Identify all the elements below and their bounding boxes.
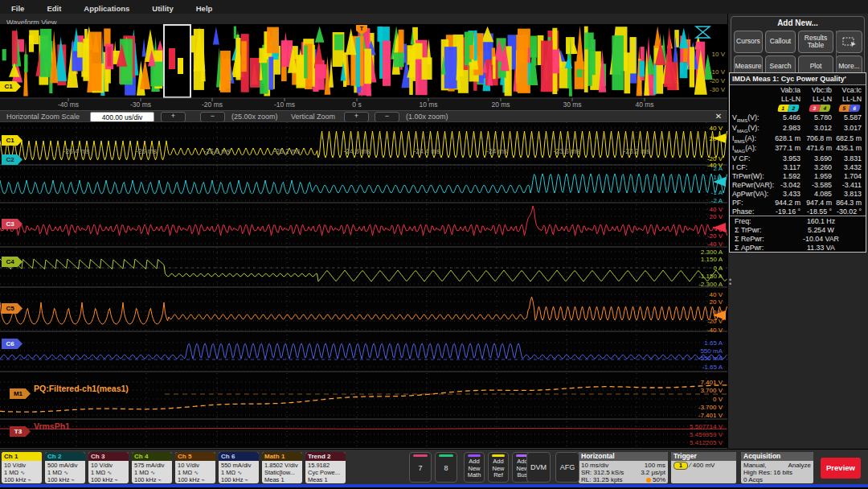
add-new-cursors-button[interactable]: Cursors [734,31,763,53]
badge-termination: 1 MΩ ∿ [178,469,215,476]
imda-summary-value: 5.254 W [776,225,866,234]
overview-scale-label: -10 V [710,68,726,76]
results-badge-grip[interactable]: •• [729,278,731,286]
add-new-callout-button[interactable]: Callout [765,31,796,53]
imda-value: 3.813 [834,189,864,198]
add-new-ref-button[interactable]: AddNewRef [488,452,509,483]
badge-ch-1[interactable]: Ch 110 V/div1 MΩ ∿100 kHz ⌁ [2,452,42,483]
menu-bar: FileEditApplicationsUtilityHelp [0,0,868,14]
badge-ch-2[interactable]: Ch 2500 mA/div1 MΩ ∿100 kHz ⌁ [45,452,85,483]
vertical-zoom-minus-button[interactable]: − [375,112,399,122]
trigger-panel[interactable]: Trigger 1 ∕ 400 mV [671,452,736,483]
bandwidth-icon: ⌁ [28,477,31,483]
menu-item-file[interactable]: File [0,2,35,13]
imda-row-label: PF: [730,198,772,207]
zoom-select-icon[interactable] [836,31,862,53]
add-new-results-table-button[interactable]: Results Table [798,31,833,53]
badge-termination: 1 MΩ ∿ [134,469,172,476]
overview-time-label: 10 ms [419,101,437,109]
zoomed-time-label: -25.6 ms [203,147,230,155]
imda-row-label: RePwr(VAR): [730,180,772,189]
horizontal-zoom-scale-label: Horizontal Zoom Scale [6,113,80,121]
imda-summary-label: Σ ApPwr: [730,243,776,252]
badge-ch-3[interactable]: Ch 310 V/div1 MΩ ∿100 kHz ⌁ [88,452,129,483]
bandwidth-icon: ⌁ [245,477,248,483]
imda-results-badge[interactable]: IMDA Meas 1: Cyc Power Quality' Vab:IaVb… [729,72,866,253]
imda-row-label: TrPwr(W): [730,171,772,180]
badge-header: Math 1 [262,452,302,461]
badge-math-1[interactable]: Math 11.8502 V/divStatic[low...Meas 1 [262,452,302,483]
scale-label-c1: 40 V [710,125,723,132]
trace-c1 [0,131,727,160]
imda-row-label: IMAG(A): [730,143,772,154]
badge-scale: 550 mA/div [221,462,259,469]
scale-label-c5: 40 V [710,291,723,298]
imda-value: 864.3 m [834,198,864,207]
dvm-button[interactable]: DVM [526,452,551,483]
scale-label-m1: -7.401 V [698,412,723,419]
horizontal-zoom-plus-button[interactable]: + [161,112,186,122]
overview-scale-label: -20 V [710,77,726,84]
bottom-settings-bar: Horizontal 10 ms/div100 ms SR: 312.5 kS/… [0,449,868,485]
scale-label-c6: 550 mA [700,347,723,355]
coupling-icon: ∿ [194,470,199,475]
svg-text:T: T [360,26,364,31]
waveform-view-window: Waveform View T10 V-10 V-20 V-30 V-40 ms… [0,14,727,449]
horizontal-panel[interactable]: Horizontal 10 ms/div100 ms SR: 312.5 kS/… [579,452,668,483]
imda-row-label: Phase: [730,207,772,216]
scale-label-c3: 20 V [710,213,723,220]
overview-time-label: -40 ms [58,101,79,109]
badge-ch-5[interactable]: Ch 510 V/div1 MΩ ∿100 kHz ⌁ [175,452,215,483]
menu-item-help[interactable]: Help [185,2,224,13]
preview-button[interactable]: Preview [821,458,861,479]
scale-label-c2: -1 A [711,189,723,196]
imda-summary-value: 11.33 VA [776,243,866,252]
afg-button[interactable]: AFG [555,452,579,483]
overview-zoom-box[interactable] [164,25,190,97]
trace-c3 [0,206,727,236]
badge-header: Trend 2 [305,452,346,461]
coupling-icon: ∿ [20,470,25,475]
add-new-math-button[interactable]: AddNewMath [464,452,485,483]
imda-source-badges: 34 [803,103,834,113]
zoom-close-icon[interactable]: ✕ [714,112,723,121]
channel-8-button[interactable]: 8 [435,452,457,483]
zoomed-time-label: -25.2 ms [273,147,300,155]
overview-time-label: 30 ms [563,101,581,109]
bandwidth-icon: ⌁ [115,477,118,483]
badge-ch-4[interactable]: Ch 4575 mA/div1 MΩ ∿100 kHz ⌁ [132,452,172,483]
channel-7-button[interactable]: 7 [409,452,432,483]
imda-value: 1.704 [834,171,864,180]
trace-c4 [0,259,727,281]
trigger-level: 400 mV [693,462,715,469]
menu-item-utility[interactable]: Utility [141,2,184,13]
badge-scale: 15.9182 [308,462,346,469]
trigger-slope-icon: ∕ [690,462,690,469]
scale-label-c3: 40 V [710,206,723,213]
horizontal-record-length: RL: 31.25 kpts [581,476,623,483]
badge-scale: 10 V/div [4,462,42,469]
waveform-overview[interactable]: T10 V-10 V-20 V-30 V-40 ms-30 ms-20 ms-1… [0,24,727,110]
horizontal-zoom-readout: (25.00x zoom) [231,113,278,121]
badge-settings: 550 mA/div1 MΩ ∿100 kHz ⌁ [219,461,259,483]
zoomed-waveform-area[interactable]: 40 V20 V-20 V-40 V2 A1 A-1 A-2 A40 V20 V… [0,122,727,448]
imda-row-label: VMAG(V): [730,123,772,134]
imda-row-label: I CF: [730,162,772,171]
add-new-title: Add New... [731,17,864,27]
imda-summary-value: 160.1 Hz [776,216,866,225]
waveform-view-tabbar: Waveform View [0,14,727,25]
menu-item-edit[interactable]: Edit [35,2,72,13]
badge-trend-2[interactable]: Trend 215.9182Cyc Powe...Meas 1 [305,452,346,483]
horizontal-zoom-scale-input[interactable] [90,112,154,122]
acquisition-panel[interactable]: Acquisition Manual,Analyze High Res: 16 … [741,452,813,483]
vertical-zoom-plus-button[interactable]: + [344,112,369,122]
imda-value: -3.411 [834,180,864,189]
menu-item-applications[interactable]: Applications [72,2,141,13]
vertical-zoom-label: Vertical Zoom [291,113,335,121]
scale-label-c4: 1.150 A [701,256,723,263]
overview-time-label: -10 ms [274,101,295,109]
horizontal-zoom-minus-button[interactable]: − [200,112,225,122]
trigger-panel-title: Trigger [671,452,736,461]
acquisition-analyze: Analyze [788,462,811,469]
badge-ch-6[interactable]: Ch 6550 mA/div1 MΩ ∿100 kHz ⌁ [219,452,259,483]
